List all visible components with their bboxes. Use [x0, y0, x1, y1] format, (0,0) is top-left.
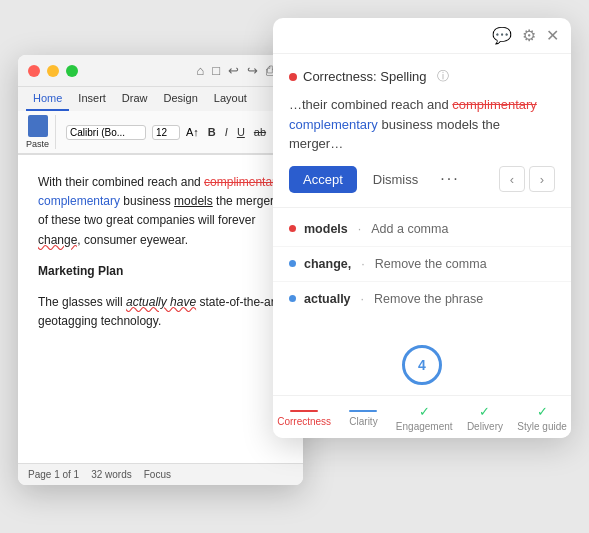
suggestion-item-actually[interactable]: actually · Remove the phrase — [273, 282, 571, 316]
header-dot — [289, 73, 297, 81]
word-titlebar: ⌂ □ ↩ ↪ ⎙ ··· — [18, 55, 303, 87]
tab-home[interactable]: Home — [26, 87, 69, 111]
tab-design[interactable]: Design — [157, 87, 205, 111]
ptab-label-clarity: Clarity — [349, 416, 377, 427]
suggestion-item-models[interactable]: models · Add a comma — [273, 212, 571, 247]
suggestion-correction: complementary — [289, 117, 378, 132]
suggestion-strike: complimentary — [452, 97, 537, 112]
p1-strikethrough: complimentary — [204, 175, 282, 189]
tab-layout[interactable]: Layout — [207, 87, 254, 111]
item-desc-change: Remove the comma — [375, 257, 487, 271]
traffic-light-green[interactable] — [66, 65, 78, 77]
ptab-delivery[interactable]: ✓ Delivery — [461, 404, 509, 432]
score-value: 4 — [418, 357, 426, 373]
italic-button[interactable]: I — [222, 125, 231, 140]
score-circle-container: 4 — [273, 337, 571, 395]
more-button[interactable]: ··· — [434, 168, 465, 190]
ptab-label-styleguide: Style guide — [517, 421, 566, 432]
suggestion-header-text: Correctness: Spelling — [303, 69, 427, 84]
strikethrough-button[interactable]: ab — [251, 125, 269, 140]
item-word-actually: actually — [304, 292, 351, 306]
ptab-engagement[interactable]: ✓ Engagement — [396, 404, 453, 432]
item-sep-2: · — [361, 257, 364, 271]
panel-tabs: Correctness Clarity ✓ Engagement ✓ Deliv… — [273, 395, 571, 438]
p1-before: With their combined reach and — [38, 175, 204, 189]
next-arrow[interactable]: › — [529, 166, 555, 192]
underline-button[interactable]: U — [234, 125, 248, 140]
tab-insert[interactable]: Insert — [71, 87, 113, 111]
ptab-clarity[interactable]: Clarity — [339, 410, 387, 427]
comment-icon[interactable]: 💬 — [492, 26, 512, 45]
undo-icon[interactable]: ↩ — [228, 63, 239, 78]
ptab-styleguide[interactable]: ✓ Style guide — [517, 404, 566, 432]
item-word-models: models — [304, 222, 348, 236]
item-dot-blue-2 — [289, 295, 296, 302]
correctness-bar — [290, 410, 318, 412]
settings-icon[interactable]: ⚙ — [522, 26, 536, 45]
score-circle: 4 — [402, 345, 442, 385]
heading-marketing: Marketing Plan — [38, 262, 283, 281]
item-desc-actually: Remove the phrase — [374, 292, 483, 306]
paste-label: Paste — [26, 139, 49, 149]
font-grow-icon[interactable]: A↑ — [186, 126, 199, 138]
p1-middle: business — [120, 194, 174, 208]
paragraph-1: With their combined reach and compliment… — [38, 173, 283, 250]
p1-models: models — [174, 194, 213, 208]
tab-draw[interactable]: Draw — [115, 87, 155, 111]
engagement-check-icon: ✓ — [419, 404, 430, 419]
bold-button[interactable]: B — [205, 125, 219, 140]
main-suggestion: Correctness: Spelling ⓘ …their combined … — [273, 54, 571, 208]
item-sep-1: · — [358, 222, 361, 236]
item-desc-models: Add a comma — [371, 222, 448, 236]
prev-arrow[interactable]: ‹ — [499, 166, 525, 192]
p2-before: The glasses will — [38, 295, 126, 309]
word-content: With their combined reach and compliment… — [18, 155, 303, 361]
font-size-selector[interactable] — [152, 125, 180, 140]
suggestion-actions: Accept Dismiss ··· ‹ › — [289, 166, 555, 193]
panel-body: Correctness: Spelling ⓘ …their combined … — [273, 54, 571, 337]
accept-button[interactable]: Accept — [289, 166, 357, 193]
traffic-light-red[interactable] — [28, 65, 40, 77]
nav-arrows: ‹ › — [499, 166, 555, 192]
p1-correction: complementary — [38, 194, 120, 208]
clarity-bar — [349, 410, 377, 412]
styleguide-check-icon: ✓ — [537, 404, 548, 419]
suggestion-text: …their combined reach and complimentary … — [289, 95, 555, 154]
save-icon[interactable]: □ — [212, 63, 220, 78]
ptab-label-correctness: Correctness — [277, 416, 331, 427]
font-selector[interactable] — [66, 125, 146, 140]
word-tabs: Home Insert Draw Design Layout — [18, 87, 303, 111]
word-ribbon: Home Insert Draw Design Layout Paste A↑ … — [18, 87, 303, 155]
status-words: 32 words — [91, 469, 132, 480]
ptab-label-engagement: Engagement — [396, 421, 453, 432]
close-icon[interactable]: ✕ — [546, 26, 559, 45]
status-focus[interactable]: Focus — [144, 469, 171, 480]
word-window: ⌂ □ ↩ ↪ ⎙ ··· Home Insert Draw Design La… — [18, 55, 303, 485]
grammarly-panel: 💬 ⚙ ✕ Correctness: Spelling ⓘ …their com… — [273, 18, 571, 438]
paste-button[interactable]: Paste — [26, 115, 56, 149]
ptab-label-delivery: Delivery — [467, 421, 503, 432]
word-statusbar: Page 1 of 1 32 words Focus — [18, 463, 303, 485]
word-toolbar: Paste A↑ B I U ab x₂ x² — [18, 111, 303, 154]
panel-titlebar: 💬 ⚙ ✕ — [273, 18, 571, 54]
suggestion-header: Correctness: Spelling ⓘ — [289, 68, 555, 85]
info-icon[interactable]: ⓘ — [437, 68, 449, 85]
p1-final: consumer eyewear. — [81, 233, 188, 247]
item-dot-red — [289, 225, 296, 232]
paste-icon — [28, 115, 48, 137]
ptab-correctness[interactable]: Correctness — [277, 410, 331, 427]
paragraph-2: The glasses will actually have state-of-… — [38, 293, 283, 331]
status-page: Page 1 of 1 — [28, 469, 79, 480]
other-suggestions: models · Add a comma change, · Remove th… — [273, 208, 571, 320]
delivery-check-icon: ✓ — [479, 404, 490, 419]
traffic-light-yellow[interactable] — [47, 65, 59, 77]
p2-italic: actually have — [126, 295, 196, 309]
p1-change: change, — [38, 233, 81, 247]
suggestion-item-change[interactable]: change, · Remove the comma — [273, 247, 571, 282]
item-sep-3: · — [361, 292, 364, 306]
redo-icon[interactable]: ↪ — [247, 63, 258, 78]
item-dot-blue-1 — [289, 260, 296, 267]
suggestion-text-before: …their combined reach and — [289, 97, 452, 112]
home-icon[interactable]: ⌂ — [196, 63, 204, 78]
dismiss-button[interactable]: Dismiss — [365, 166, 427, 193]
